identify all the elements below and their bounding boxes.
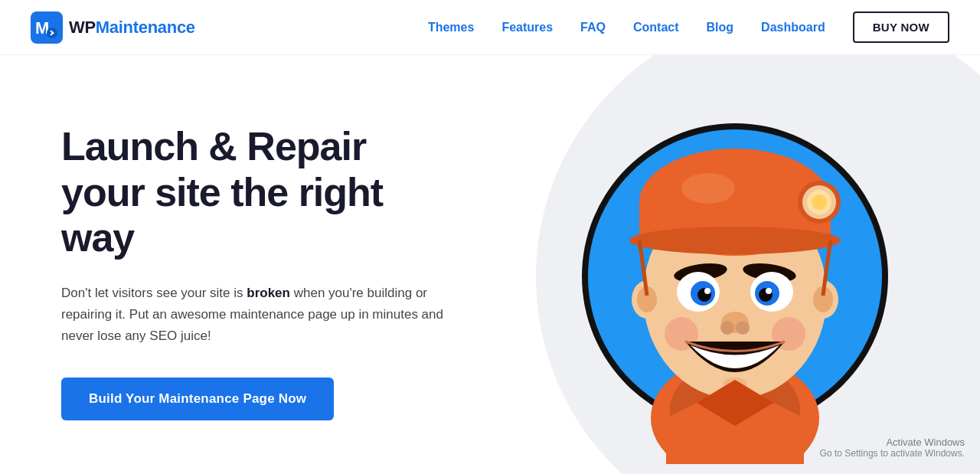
svg-point-18 xyxy=(629,227,841,254)
logo-text: WPMaintenance xyxy=(69,18,195,38)
hero-illustration: Activate Windows Go to Settings to activ… xyxy=(490,55,980,474)
nav-features[interactable]: Features xyxy=(501,21,553,34)
nav-dashboard[interactable]: Dashboard xyxy=(761,21,825,34)
svg-text:M: M xyxy=(35,18,48,38)
svg-point-19 xyxy=(681,173,735,204)
svg-point-35 xyxy=(720,321,734,335)
svg-point-23 xyxy=(812,195,827,210)
logo[interactable]: M WPMaintenance xyxy=(31,11,195,44)
main-header: M WPMaintenance Themes Features FAQ Cont… xyxy=(0,0,980,55)
hero-description: Don't let visitors see your site is brok… xyxy=(61,283,459,347)
svg-point-36 xyxy=(736,321,750,335)
hero-title: Launch & Repair your site the right way xyxy=(61,124,459,261)
logo-icon: M xyxy=(31,11,63,44)
nav-themes[interactable]: Themes xyxy=(428,21,474,34)
main-nav: Themes Features FAQ Contact Blog Dashboa… xyxy=(428,11,949,43)
cta-button[interactable]: Build Your Maintenance Page Now xyxy=(61,378,334,420)
hero-bold-text: broken xyxy=(247,286,290,300)
buy-now-button[interactable]: BUY NOW xyxy=(853,11,949,43)
svg-point-33 xyxy=(766,288,772,294)
nav-blog[interactable]: Blog xyxy=(707,21,734,34)
watermark-line1: Activate Windows xyxy=(820,436,965,448)
hero-content: Launch & Repair your site the right way … xyxy=(0,55,490,474)
nav-contact[interactable]: Contact xyxy=(633,21,679,34)
character-illustration xyxy=(574,89,896,464)
hero-section: Launch & Repair your site the right way … xyxy=(0,55,980,474)
windows-watermark: Activate Windows Go to Settings to activ… xyxy=(820,436,965,459)
watermark-line2: Go to Settings to activate Windows. xyxy=(820,448,965,459)
nav-faq[interactable]: FAQ xyxy=(580,21,606,34)
svg-point-32 xyxy=(704,288,710,294)
